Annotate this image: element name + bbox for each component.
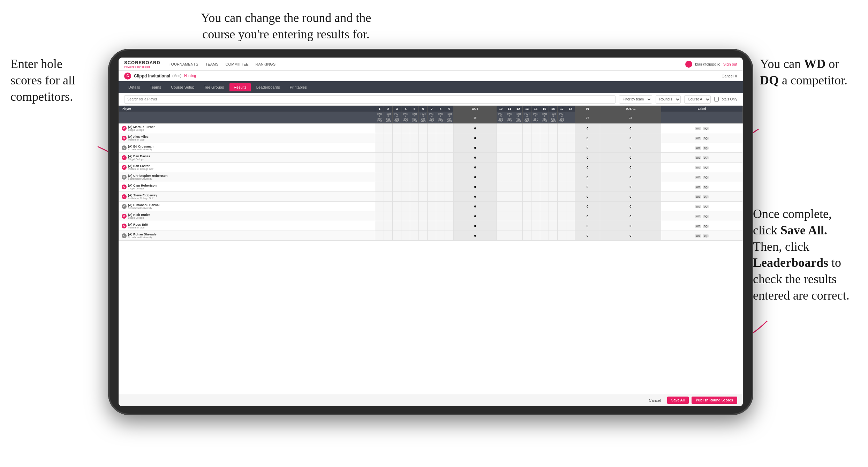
hole-13-input[interactable] bbox=[524, 205, 530, 208]
hole-2-score[interactable] bbox=[384, 192, 393, 202]
hole-10-input[interactable] bbox=[498, 127, 504, 130]
wd-button[interactable]: WD bbox=[695, 195, 701, 198]
hole-18-score[interactable] bbox=[566, 172, 575, 182]
hole-17-score[interactable] bbox=[558, 133, 566, 143]
hole-14-input[interactable] bbox=[533, 156, 539, 159]
hole-8-input[interactable] bbox=[437, 195, 444, 198]
hole-13-input[interactable] bbox=[524, 234, 530, 238]
hole-11-input[interactable] bbox=[506, 214, 513, 218]
dq-button[interactable]: DQ bbox=[703, 127, 709, 130]
hole-18-score[interactable] bbox=[566, 221, 575, 231]
hole-3-score[interactable] bbox=[393, 231, 401, 241]
hole-11-input[interactable] bbox=[506, 175, 513, 179]
hole-11-input[interactable] bbox=[506, 195, 513, 198]
hole-3-input[interactable] bbox=[394, 166, 400, 169]
hole-11-score[interactable] bbox=[505, 231, 514, 241]
wd-button[interactable]: WD bbox=[695, 215, 701, 218]
hole-7-input[interactable] bbox=[429, 136, 435, 140]
search-input[interactable] bbox=[124, 95, 616, 104]
hole-8-input[interactable] bbox=[437, 146, 444, 150]
hole-15-input[interactable] bbox=[541, 205, 548, 208]
hole-9-input[interactable] bbox=[446, 136, 452, 140]
cancel-button-top[interactable]: Cancel X bbox=[722, 74, 737, 78]
hole-9-input[interactable] bbox=[446, 175, 452, 179]
hole-7-input[interactable] bbox=[429, 146, 435, 150]
hole-3-input[interactable] bbox=[394, 175, 400, 179]
hole-2-input[interactable] bbox=[385, 156, 391, 159]
hole-4-input[interactable] bbox=[402, 205, 409, 208]
hole-15-score[interactable] bbox=[540, 231, 549, 241]
hole-14-score[interactable] bbox=[531, 192, 540, 202]
hole-10-input[interactable] bbox=[498, 214, 504, 218]
hole-5-score[interactable] bbox=[410, 221, 419, 231]
hole-3-score[interactable] bbox=[393, 153, 401, 163]
hole-7-score[interactable] bbox=[428, 172, 436, 182]
hole-15-input[interactable] bbox=[541, 234, 548, 238]
hole-8-score[interactable] bbox=[436, 153, 445, 163]
hole-16-score[interactable] bbox=[549, 231, 558, 241]
hole-1-score[interactable] bbox=[375, 172, 384, 182]
hole-17-input[interactable] bbox=[559, 156, 565, 159]
hole-3-score[interactable] bbox=[393, 211, 401, 221]
hole-14-input[interactable] bbox=[533, 175, 539, 179]
hole-12-score[interactable] bbox=[514, 153, 523, 163]
hole-16-score[interactable] bbox=[549, 211, 558, 221]
tab-course-setup[interactable]: Course Setup bbox=[167, 83, 198, 91]
hole-13-input[interactable] bbox=[524, 127, 530, 130]
hole-5-score[interactable] bbox=[410, 143, 419, 153]
nav-teams[interactable]: TEAMS bbox=[205, 61, 219, 68]
hole-17-score[interactable] bbox=[558, 192, 566, 202]
hole-1-score[interactable] bbox=[375, 231, 384, 241]
hole-3-input[interactable] bbox=[394, 195, 400, 198]
round-select[interactable]: Round 1 Round 2 Round 3 Round 4 bbox=[656, 95, 681, 104]
hole-6-score[interactable] bbox=[419, 211, 428, 221]
hole-4-input[interactable] bbox=[402, 146, 409, 150]
hole-17-input[interactable] bbox=[559, 166, 565, 169]
hole-14-input[interactable] bbox=[533, 234, 539, 238]
hole-15-score[interactable] bbox=[540, 153, 549, 163]
hole-7-score[interactable] bbox=[428, 221, 436, 231]
hole-9-input[interactable] bbox=[446, 156, 452, 159]
hole-13-score[interactable] bbox=[523, 211, 531, 221]
hole-1-score[interactable] bbox=[375, 182, 384, 192]
hole-16-input[interactable] bbox=[550, 205, 556, 208]
hole-4-score[interactable] bbox=[401, 133, 410, 143]
hole-13-input[interactable] bbox=[524, 146, 530, 150]
hole-14-input[interactable] bbox=[533, 127, 539, 130]
hole-10-score[interactable] bbox=[497, 153, 505, 163]
hole-7-input[interactable] bbox=[429, 195, 435, 198]
hole-4-input[interactable] bbox=[402, 175, 409, 179]
hole-17-input[interactable] bbox=[559, 146, 565, 150]
hole-17-input[interactable] bbox=[559, 185, 565, 189]
course-select[interactable]: Course A Course B bbox=[684, 95, 711, 104]
hole-11-score[interactable] bbox=[505, 182, 514, 192]
hole-12-score[interactable] bbox=[514, 192, 523, 202]
hole-5-score[interactable] bbox=[410, 163, 419, 172]
hole-3-input[interactable] bbox=[394, 146, 400, 150]
hole-18-input[interactable] bbox=[567, 205, 574, 208]
hole-10-input[interactable] bbox=[498, 136, 504, 140]
hole-5-input[interactable] bbox=[411, 166, 417, 169]
hole-5-input[interactable] bbox=[411, 195, 417, 198]
hole-13-score[interactable] bbox=[523, 123, 531, 133]
hole-3-input[interactable] bbox=[394, 205, 400, 208]
hole-5-input[interactable] bbox=[411, 234, 417, 238]
hole-5-input[interactable] bbox=[411, 214, 417, 218]
score-table-container[interactable]: Player 1 2 3 4 5 6 7 8 9 OUT 10 bbox=[119, 106, 743, 394]
hole-5-score[interactable] bbox=[410, 172, 419, 182]
hole-12-score[interactable] bbox=[514, 221, 523, 231]
hole-8-input[interactable] bbox=[437, 127, 444, 130]
hole-6-score[interactable] bbox=[419, 133, 428, 143]
hole-3-input[interactable] bbox=[394, 156, 400, 159]
hole-17-score[interactable] bbox=[558, 172, 566, 182]
hole-15-input[interactable] bbox=[541, 136, 548, 140]
hole-16-input[interactable] bbox=[550, 195, 556, 198]
hole-8-input[interactable] bbox=[437, 185, 444, 189]
hole-13-score[interactable] bbox=[523, 182, 531, 192]
hole-12-input[interactable] bbox=[515, 127, 521, 130]
hole-13-score[interactable] bbox=[523, 231, 531, 241]
hole-1-input[interactable] bbox=[376, 175, 383, 179]
hole-5-score[interactable] bbox=[410, 202, 419, 211]
hole-11-score[interactable] bbox=[505, 163, 514, 172]
hole-5-input[interactable] bbox=[411, 127, 417, 130]
